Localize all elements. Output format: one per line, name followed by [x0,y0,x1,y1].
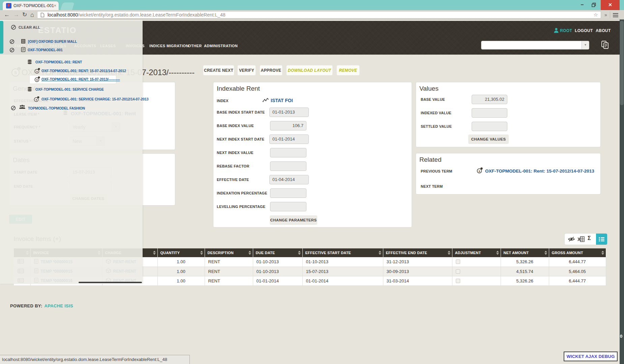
summary-sigma-icon[interactable]: Σ [588,235,591,241]
list-view-button[interactable] [596,234,607,245]
approve-button[interactable]: APPROVE [260,65,283,75]
col-gross-amount[interactable]: GROSS AMOUNT [549,248,606,257]
bookmark-oxf-topmodel-001[interactable]: OXF-TOPMODEL-001 [28,48,63,52]
browser-tab[interactable]: OXF-TOPMODEL-001 × [3,1,59,10]
wicket-ajax-debug-button[interactable]: WICKET AJAX DEBUG [564,352,618,361]
previous-term-label: PREVIOUS TERM [421,169,452,173]
bookmark-rent-2011[interactable]: OXF-TOPMODEL-001: RENT: 15-07-2011/14-07… [41,69,126,73]
related-panel: Related PREVIOUS TERM 5 OXF-TOPMODEL-001… [416,153,601,194]
settled-value-label: SETTLED VALUE [421,124,452,128]
global-search: ▾ [481,41,589,50]
effective-start-date-cell: 15-07-2013 [302,267,383,276]
copy-icon[interactable] [601,40,610,51]
tab-close-icon[interactable]: × [54,3,56,8]
col-effective-end-date[interactable]: EFFECTIVE END DATE [383,248,452,257]
more-extensions-icon[interactable]: » [604,11,607,19]
window-close-button[interactable]: ✕ [601,0,620,10]
related-title: Related [419,156,442,163]
base-index-start-date-field: 01-01-2013 [269,108,309,117]
sort-icon [248,251,251,255]
gross-amount-cell: 6,444.77 [549,276,606,285]
hide-columns-icon[interactable] [568,236,575,243]
bookmarks-panel-handle[interactable] [0,21,3,54]
clear-all-icon[interactable] [11,25,16,31]
bookmark-rent[interactable]: OXF-TOPMODEL-001: RENT [35,60,82,64]
ban-icon[interactable] [9,39,14,46]
page-scrollbar[interactable]: 0 [620,0,624,364]
reload-icon[interactable]: ↻ [22,11,27,19]
previous-term-coin-icon: 5 [477,167,483,175]
search-dropdown-icon[interactable]: ▾ [582,41,589,49]
adjustment-cell [452,276,501,285]
forward-icon[interactable]: → [13,11,19,19]
logout-link[interactable]: LOGOUT [575,28,593,33]
adjustment-checkbox[interactable] [456,260,460,264]
indexation-percentage-label: INDEXATION PERCENTAGE [217,191,267,195]
svg-text:X: X [577,237,581,242]
nav-other[interactable]: OTHER [188,44,202,48]
ban-icon[interactable] [11,105,16,112]
browser-titlebar: OXF-TOPMODEL-001 × – ✕ [0,0,624,10]
bookmark-oxford-super-mall[interactable]: [OXF] OXFORD SUPER MALL [28,39,77,43]
new-tab-button[interactable] [60,2,75,10]
overlay-hscrollbar[interactable] [79,282,142,283]
rebase-factor-field [270,161,306,171]
col-quantity[interactable]: QUANTITY [157,248,205,257]
screen: OXF-TOPMODEL-001 × – ✕ ← → ↻ ⌂ localhost… [0,0,624,364]
nav-migration[interactable]: MIGRATION [167,44,189,48]
search-input[interactable] [482,42,581,49]
export-excel-icon[interactable]: X [577,236,585,243]
col-description[interactable]: DESCRIPTION [205,248,253,257]
back-icon[interactable]: ← [4,11,10,19]
sort-icon [200,251,203,255]
next-index-value-field [270,148,306,157]
ban-icon[interactable] [9,48,14,54]
svg-text:5: 5 [479,170,480,173]
url-bar[interactable]: localhost:8080/wicket/entity/org.estatio… [37,11,601,19]
levelling-percentage-field [270,202,306,211]
bookmark-rent-2013-active[interactable]: OXF-TOPMODEL-001: RENT: 15-07-2013/-----… [41,77,120,81]
remove-button[interactable]: REMOVE [336,65,360,75]
next-term-label: NEXT TERM [421,184,443,188]
nav-indices[interactable]: INDICES [149,44,165,48]
col-net-amount[interactable]: NET AMOUNT [501,248,549,257]
previous-term-link[interactable]: OXF-TOPMODEL-001: Rent: 15-07-2012/14-07… [485,169,594,174]
base-value-label: BASE VALUE [421,97,445,101]
term-coin-icon: 5 [34,76,40,84]
url-host: localhost:8080 [48,12,78,18]
change-parameters-button[interactable]: CHANGE PARAMETERS [270,215,317,225]
adjustment-checkbox[interactable] [456,269,460,274]
bookmark-service-charge-2012[interactable]: OXF-TOPMODEL-001: SERVICE CHARGE: 15-07-… [41,97,148,101]
index-link[interactable]: ISTAT FOI [271,98,293,103]
window-minimize-button[interactable]: – [577,0,587,10]
page-doc-icon [40,12,44,19]
scrollbar-thumb[interactable] [620,21,624,105]
svg-text:5: 5 [35,98,37,101]
values-title: Values [419,85,439,92]
change-values-button[interactable]: CHANGE VALUES [468,134,509,144]
window-restore-button[interactable] [589,0,599,10]
addressbar-divider [610,11,610,18]
download-layout-button[interactable]: DOWNLOAD LAYOUT [286,65,333,75]
col-due-date[interactable]: DUE DATE [253,248,302,257]
user-icon [554,28,559,34]
sort-icon [379,251,381,255]
building-icon [21,39,26,45]
apache-isis-link[interactable]: APACHE ISIS [44,303,73,308]
clear-all-label[interactable]: CLEAR ALL [19,25,40,29]
nav-administration[interactable]: ADMINISTRATION [204,44,238,48]
col-adjustment[interactable]: ADJUSTMENT [452,248,501,257]
bookmark-star-icon[interactable]: ☆ [594,12,598,18]
user-name[interactable]: ROOT [560,28,572,33]
verify-button[interactable]: VERIFY [237,65,256,75]
browser-menu-icon[interactable] [613,12,618,17]
bookmark-service-charge[interactable]: OXF-TOPMODEL-001: SERVICE CHARGE [35,87,104,91]
about-link[interactable]: ABOUT [596,28,611,33]
adjustment-checkbox[interactable] [456,279,460,283]
create-next-button[interactable]: CREATE NEXT [203,65,234,75]
due-date-cell: 01-10-2013 [253,257,302,267]
bookmark-topmodel-fashion[interactable]: TOPMODEL-TOPMODEL FASHION [28,106,85,110]
description-cell: RENT [205,276,253,285]
col-effective-start-date[interactable]: EFFECTIVE START DATE [302,248,383,257]
home-icon[interactable]: ⌂ [30,11,34,19]
